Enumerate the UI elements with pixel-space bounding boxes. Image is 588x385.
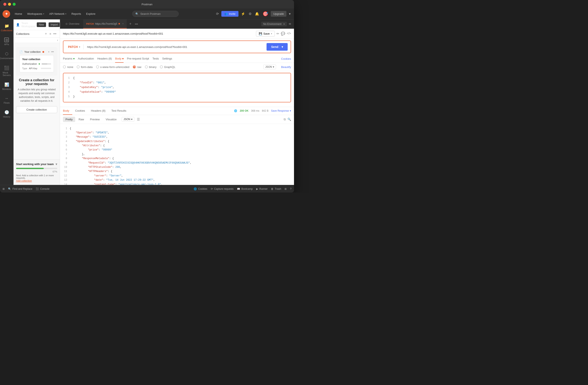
collapse-sidebar-icon[interactable]: ‹ <box>57 39 58 42</box>
import-button[interactable]: Import <box>49 22 60 27</box>
layout-button[interactable]: ⊞ <box>285 187 287 190</box>
resp-tab-headers[interactable]: Headers (8) <box>88 107 108 115</box>
add-collection-link[interactable]: Add collection <box>16 180 32 182</box>
req-tab-headers[interactable]: Headers (8) <box>97 55 112 63</box>
console-button[interactable]: ⬛ Console <box>36 187 49 190</box>
nav-explore[interactable]: Explore <box>84 11 98 17</box>
resp-body-visualize[interactable]: Visualize <box>103 117 119 122</box>
req-tab-pre-request[interactable]: Pre-request Script <box>127 55 149 63</box>
minimize-button[interactable] <box>8 3 11 6</box>
save-response-button[interactable]: Save Response ▾ <box>271 109 291 112</box>
req-tab-params[interactable]: Params <box>63 55 75 63</box>
nav-api-network[interactable]: API Network ▾ <box>47 11 68 17</box>
collection-more-icon[interactable]: ••• <box>51 50 54 53</box>
url-display-text: https://6o7nxmk3g5.execute-api.us-east-1… <box>63 32 254 35</box>
sync-icon[interactable]: ⟳ <box>215 11 220 17</box>
nav-reports[interactable]: Reports <box>69 11 83 17</box>
body-dot <box>122 58 124 59</box>
sidebar-item-flows[interactable]: ↔ Flows <box>2 94 11 106</box>
copy-response-icon[interactable]: ⧉ <box>284 118 286 121</box>
resp-tab-cookies[interactable]: Cookies <box>72 107 88 115</box>
team-banner-collapse-icon[interactable]: ▾ <box>56 162 57 166</box>
beautify-button[interactable]: Beautify <box>281 65 291 69</box>
invite-button[interactable]: 👥 Invite <box>221 11 238 17</box>
resp-body-pretty[interactable]: Pretty <box>63 117 75 122</box>
method-divider <box>84 44 84 49</box>
save-response-chevron-icon: ▾ <box>290 109 291 112</box>
add-collection-icon[interactable]: + <box>44 31 48 36</box>
app-logo[interactable]: ✦ <box>2 10 10 18</box>
sidebar-item-monitors[interactable]: 📊 Monitors <box>0 80 13 92</box>
avatar-icon[interactable]: 🎯 <box>262 10 269 18</box>
runner-button[interactable]: ▶ Runner <box>256 187 268 190</box>
body-type-binary[interactable]: binary <box>145 65 156 69</box>
tab-active-request[interactable]: PATCH https://6o7nxmk3g5 ✕ <box>83 20 127 28</box>
add-tab-icon[interactable]: + <box>127 22 133 26</box>
environment-selector[interactable]: No Environment ▾ <box>261 22 287 26</box>
progress-label: 67% <box>53 170 57 173</box>
body-type-raw[interactable]: raw <box>133 65 142 69</box>
lightning-icon[interactable]: ⚡ <box>240 11 246 17</box>
collection-add-icon[interactable]: + <box>48 50 49 53</box>
more-tabs-icon[interactable]: ••• <box>135 22 138 26</box>
sidebar-item-collections[interactable]: 📁 Collections <box>0 21 14 34</box>
help-button[interactable]: ? <box>290 187 292 190</box>
cookies-button[interactable]: 🌐 Cookies <box>194 187 207 190</box>
tab-overview[interactable]: ⊙ Overview <box>63 20 82 28</box>
resp-line-12: 12 "server": "Server", <box>63 174 291 178</box>
body-type-form-data[interactable]: form-data <box>77 65 93 69</box>
sidebar-item-environments[interactable]: ⬡ Environments <box>0 49 15 62</box>
workspace-name: Team Workspace <box>21 21 35 28</box>
collections-toolbar: Collections + ≡ ••• <box>14 30 60 38</box>
body-type-none[interactable]: none <box>63 65 73 69</box>
find-replace-button[interactable]: 🔍 Find and Replace <box>8 187 32 190</box>
sidebar-item-mock-servers[interactable]: ⬛ Mock Servers <box>1 63 12 79</box>
resp-tab-body[interactable]: Body <box>63 107 72 115</box>
nav-home[interactable]: Home <box>13 11 24 17</box>
maximize-button[interactable] <box>13 3 16 6</box>
search-bar[interactable]: 🔍 Search Postman <box>132 11 179 17</box>
body-type-graphql[interactable]: GraphQL <box>160 65 175 69</box>
body-type-urlencoded[interactable]: x-www-form-urlencoded <box>96 65 129 69</box>
toggle-sidebar-button[interactable]: ⊞ <box>2 187 5 190</box>
url-input[interactable] <box>85 44 265 49</box>
cookies-link[interactable]: Cookies <box>281 57 291 60</box>
search-response-icon[interactable]: 🔍 <box>287 118 291 121</box>
save-button[interactable]: 💾 Save ▾ <box>256 31 275 37</box>
send-button[interactable]: Send ▾ <box>267 43 288 51</box>
sidebar-item-history[interactable]: 🕐 History <box>1 108 12 120</box>
filter-icon[interactable]: ≡ <box>48 32 52 36</box>
method-selector[interactable]: PATCH ▾ <box>66 44 82 49</box>
json-format-selector[interactable]: JSON ▾ <box>263 65 276 69</box>
sidebar-item-apis[interactable]: ⊞ APIs <box>2 36 11 48</box>
send-dropdown-icon[interactable]: ▾ <box>280 45 283 49</box>
req-tab-authorization[interactable]: Authorization <box>78 55 94 63</box>
more-options-icon[interactable]: ••• <box>52 32 57 36</box>
nav-workspaces[interactable]: Workspaces ▾ <box>25 11 46 17</box>
req-tab-body[interactable]: Body <box>115 55 124 63</box>
new-button[interactable]: New <box>37 22 46 27</box>
filter-response-icon[interactable]: ☰ <box>137 117 140 121</box>
response-format-selector[interactable]: JSON ▾ <box>122 117 134 122</box>
notifications-icon[interactable]: 🔔 <box>254 11 260 17</box>
resp-body-raw[interactable]: Raw <box>76 117 87 122</box>
auth-status-dot <box>39 63 40 65</box>
create-collection-button[interactable]: Create collection <box>16 106 57 113</box>
req-tab-settings[interactable]: Settings <box>162 55 172 63</box>
req-tab-tests[interactable]: Tests <box>152 55 159 63</box>
bootcamp-button[interactable]: 📖 Bootcamp <box>237 187 253 190</box>
close-button[interactable] <box>3 3 6 6</box>
resp-tab-test-results[interactable]: Test Results <box>108 107 129 115</box>
upgrade-button[interactable]: Upgrade <box>271 11 286 17</box>
upgrade-chevron-icon[interactable]: ▾ <box>288 11 292 17</box>
edit-icon[interactable]: ✏ <box>276 32 279 36</box>
trash-button[interactable]: 🗑 Trash <box>271 187 281 190</box>
comment-icon[interactable]: 💬 <box>281 32 285 36</box>
capture-requests-button[interactable]: ⟳ Capture requests <box>211 187 234 190</box>
settings-icon[interactable]: ⚙ <box>248 11 252 17</box>
code-icon[interactable]: </> <box>287 32 291 36</box>
eye-icon[interactable]: 👁 <box>289 22 292 26</box>
resp-body-preview[interactable]: Preview <box>87 117 102 122</box>
tab-close-icon[interactable]: ✕ <box>122 22 124 25</box>
request-body-editor[interactable]: 1 { 2 "foodId": "001", 3 "updateKey": "p… <box>63 73 291 102</box>
